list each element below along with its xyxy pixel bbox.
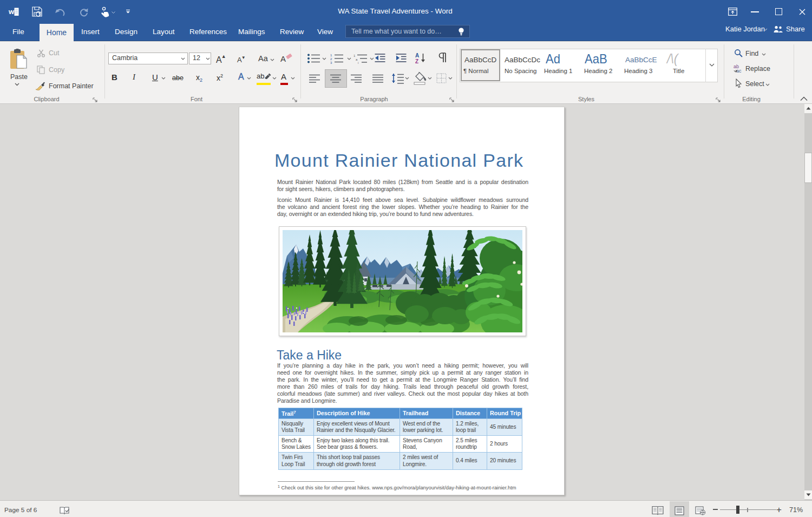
svg-text:A: A <box>415 53 419 58</box>
svg-text:Z: Z <box>415 58 418 64</box>
svg-text:1: 1 <box>330 54 332 57</box>
svg-text:3: 3 <box>330 61 332 64</box>
svg-text:1: 1 <box>353 54 356 57</box>
svg-text:ac: ac <box>736 68 742 73</box>
svg-text:i: i <box>358 61 358 64</box>
svg-text:2: 2 <box>330 57 332 61</box>
svg-text:a: a <box>356 58 358 61</box>
